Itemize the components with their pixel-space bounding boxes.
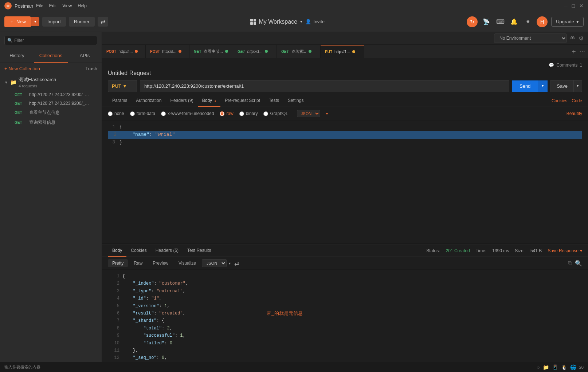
new-button[interactable]: ＋ New: [4, 16, 31, 27]
sidebar-actions: + New Collection Trash: [0, 63, 102, 74]
avatar[interactable]: H: [537, 16, 548, 27]
line-num-12: 12: [108, 354, 119, 361]
req-tab-settings[interactable]: Settings: [283, 95, 308, 107]
resp-tab-headers[interactable]: Headers (5): [151, 245, 183, 257]
runner-button[interactable]: Runner: [69, 17, 95, 27]
tab-collections[interactable]: Collections: [34, 49, 68, 63]
tab-4[interactable]: GET 查询索...: [277, 45, 321, 58]
resp-wrap-icon[interactable]: ⇄: [234, 260, 239, 267]
code-line-2: 2 "name": "wrial": [108, 131, 582, 139]
req-tab-prerequest[interactable]: Pre-request Script: [220, 95, 264, 107]
json-format-select[interactable]: JSON: [297, 110, 320, 117]
req-tab-tests[interactable]: Tests: [264, 95, 283, 107]
upgrade-button[interactable]: Upgrade ▾: [551, 17, 584, 27]
add-tab-btn[interactable]: ＋: [571, 47, 577, 56]
toolbar-right: ↻ 📡 ⌨ 🔔 ♥ H Upgrade ▾: [467, 16, 584, 27]
request-item[interactable]: GET http://120.27.240.223:9200/_...: [0, 99, 102, 108]
collection-info: 测试Elasticsearch 4 requests: [19, 76, 56, 88]
tab-5[interactable]: PUT http://1...: [321, 45, 364, 58]
tab-dot: [352, 50, 355, 53]
resp-tab-body[interactable]: Body: [108, 245, 126, 257]
tab-method: GET: [194, 50, 201, 54]
send-group: Send ▾: [512, 80, 548, 92]
radio-none[interactable]: none: [108, 111, 124, 116]
heart-icon[interactable]: ♥: [523, 17, 533, 27]
workspace-sync-button[interactable]: ⇄: [98, 17, 108, 27]
invite-button[interactable]: 👤 Invite: [305, 19, 325, 24]
close-btn[interactable]: ✕: [579, 3, 584, 9]
more-tabs-btn[interactable]: ⋯: [579, 48, 585, 55]
maximize-btn[interactable]: □: [572, 3, 575, 9]
resp-line-1: {: [122, 273, 582, 280]
send-dropdown[interactable]: ▾: [538, 80, 548, 92]
radio-urlencoded[interactable]: x-www-form-urlencoded: [161, 111, 214, 116]
format-visualize[interactable]: Visualize: [174, 259, 200, 267]
tabs-bar: POST http://l... POST http://l... GET 查看…: [102, 45, 588, 58]
response-json-select[interactable]: JSON: [202, 259, 227, 267]
new-button-group: ＋ New ▾: [4, 16, 39, 27]
resp-tab-testresults[interactable]: Test Results: [183, 245, 215, 257]
minimize-btn[interactable]: ─: [564, 3, 568, 9]
req-tab-headers[interactable]: Headers (9): [166, 95, 197, 107]
workspace-button[interactable]: My Workspace ▾: [250, 19, 303, 25]
trash-button[interactable]: Trash: [85, 66, 97, 71]
menu-file[interactable]: File: [36, 3, 43, 8]
save-button[interactable]: Save: [550, 80, 574, 92]
plus-icon: ＋: [9, 19, 14, 25]
tab-0[interactable]: POST http://l...: [102, 45, 146, 58]
tab-method: POST: [150, 50, 160, 54]
comments-button[interactable]: 💬 Comments 1: [549, 63, 582, 68]
tab-dot: [309, 50, 311, 53]
radio-formdata[interactable]: form-data: [130, 111, 155, 116]
send-button[interactable]: Send: [512, 80, 538, 92]
satellite-icon[interactable]: 📡: [481, 17, 491, 27]
code-icon[interactable]: ⌨: [495, 17, 505, 27]
search-input[interactable]: [4, 36, 97, 45]
method-select[interactable]: PUT ▾: [108, 80, 137, 92]
request-item[interactable]: GET http://120.27.240.223:9200/_...: [0, 90, 102, 99]
body-options: none form-data x-www-form-urlencoded raw…: [102, 107, 588, 120]
resp-line-10: "failed": 0: [122, 340, 582, 347]
search-response-icon[interactable]: 🔍: [575, 260, 582, 267]
request-body-editor[interactable]: 1 { 2 "name": "wrial" 3 }: [102, 120, 588, 243]
menu-help[interactable]: Help: [78, 3, 87, 8]
copy-icon[interactable]: ⧉: [568, 260, 572, 267]
tab-history[interactable]: History: [0, 49, 34, 63]
menu-view[interactable]: View: [62, 3, 72, 8]
req-tab-body[interactable]: Body ●: [198, 95, 221, 107]
taskbar-icon-1: ○: [537, 364, 540, 370]
format-raw[interactable]: Raw: [129, 259, 147, 267]
eye-icon[interactable]: 👁: [570, 35, 576, 41]
format-pretty[interactable]: Pretty: [108, 259, 128, 267]
bell-icon[interactable]: 🔔: [509, 17, 519, 27]
req-tab-auth[interactable]: Authorization: [132, 95, 166, 107]
new-button-dropdown[interactable]: ▾: [31, 17, 39, 26]
url-input[interactable]: [140, 80, 509, 92]
environment-select[interactable]: No Environment: [494, 33, 567, 43]
cookies-link[interactable]: Cookies: [552, 98, 567, 103]
resp-tab-cookies[interactable]: Cookies: [126, 245, 151, 257]
menu-edit[interactable]: Edit: [49, 3, 57, 8]
tab-3[interactable]: GET http://1...: [233, 45, 277, 58]
tab-1[interactable]: POST http://l...: [146, 45, 189, 58]
save-response-button[interactable]: Save Response ▾: [548, 248, 582, 253]
env-settings-icon[interactable]: ⚙: [579, 35, 584, 42]
radio-graphql[interactable]: GraphQL: [263, 111, 288, 116]
refresh-icon[interactable]: ↻: [467, 16, 478, 27]
radio-raw[interactable]: raw: [220, 111, 233, 116]
import-button[interactable]: Import: [42, 17, 66, 27]
response-actions: ⧉ 🔍: [568, 260, 582, 267]
tab-2[interactable]: GET 查看主节...: [189, 45, 233, 58]
tab-apis[interactable]: APIs: [68, 49, 102, 63]
req-tab-params[interactable]: Params: [108, 95, 132, 107]
request-item[interactable]: GET 查询索引信息: [0, 118, 102, 127]
collection-header[interactable]: ▼ 📁 测试Elasticsearch 4 requests: [0, 74, 102, 90]
new-collection-button[interactable]: + New Collection: [4, 66, 40, 71]
radio-binary[interactable]: binary: [239, 111, 258, 116]
tabs-actions: ＋ ⋯: [568, 47, 588, 56]
code-link[interactable]: Code: [572, 98, 582, 103]
format-preview[interactable]: Preview: [148, 259, 173, 267]
beautify-button[interactable]: Beautify: [567, 111, 582, 116]
save-dropdown[interactable]: ▾: [574, 80, 582, 92]
request-item[interactable]: GET 查看主节点信息: [0, 108, 102, 118]
